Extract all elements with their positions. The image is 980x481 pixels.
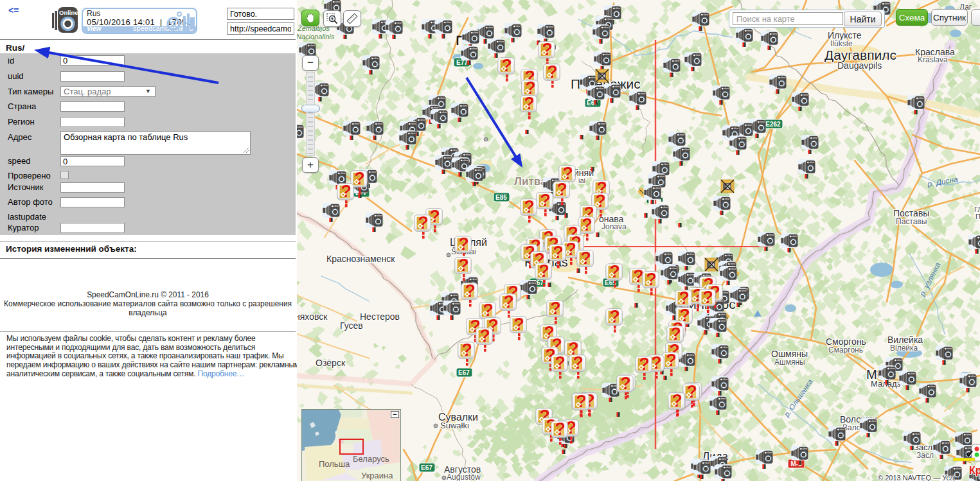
svg-text:© 2013 NAVTEQ — Усл: © 2013 NAVTEQ — Усл	[878, 474, 954, 481]
svg-text:Гусев: Гусев	[340, 320, 363, 331]
svg-text:Ilūkste: Ilūkste	[830, 39, 853, 48]
svg-text:E67: E67	[421, 464, 432, 471]
svg-text:iai: iai	[578, 177, 585, 184]
svg-text:Daugavpils: Daugavpils	[837, 60, 882, 71]
svg-text:E85: E85	[495, 194, 507, 201]
svg-text:Украина: Украина	[361, 471, 393, 480]
svg-text:Краснознаменск: Краснознаменск	[326, 254, 395, 264]
svg-text:Паставы: Паставы	[896, 217, 927, 226]
svg-text:Беларусь: Беларусь	[353, 454, 389, 464]
svg-text:Засл: Засл	[916, 451, 934, 460]
svg-text:Krāslava: Krāslava	[918, 55, 948, 64]
svg-text:Suwałki: Suwałki	[440, 421, 469, 430]
svg-text:Ашмяны: Ашмяны	[774, 358, 805, 367]
svg-text:Польша: Польша	[319, 459, 350, 469]
svg-text:E262: E262	[765, 121, 781, 128]
svg-text:няховск: няховск	[297, 311, 328, 322]
svg-text:Augustów: Augustów	[447, 473, 481, 481]
svg-text:Озёрск: Озёрск	[316, 358, 346, 368]
svg-text:Jonava: Jonava	[601, 222, 627, 231]
svg-text:П: П	[976, 213, 980, 220]
svg-text:Литва: Литва	[514, 175, 547, 188]
svg-text:Нестеров: Нестеров	[360, 311, 400, 322]
svg-text:Online: Online	[59, 9, 78, 16]
svg-text:E67: E67	[458, 369, 470, 376]
svg-text:Смаргонь: Смаргонь	[828, 345, 863, 354]
svg-text:Вілейка: Вілейка	[890, 344, 918, 353]
svg-text:Nacionalinis: Nacionalinis	[297, 33, 335, 40]
svg-text:Кр: Кр	[969, 465, 980, 476]
